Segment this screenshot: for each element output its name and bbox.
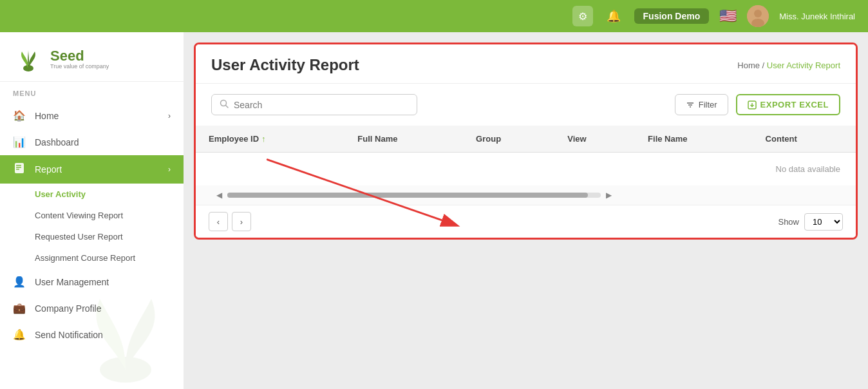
breadcrumb-current: User Activity Report	[767, 61, 840, 70]
notification-icon: 🔔	[13, 328, 26, 341]
svg-rect-5	[16, 165, 21, 166]
filter-icon	[686, 100, 695, 109]
show-rows-select[interactable]: 10 25 50 100	[804, 213, 843, 231]
col-full-name-label: Full Name	[357, 134, 397, 144]
col-group[interactable]: Group	[463, 126, 554, 153]
user-activity-label: User Activity	[35, 189, 86, 199]
logo-subtitle: True value of company	[50, 63, 109, 70]
table-header-row: Employee ID ↑ Full Name Group	[196, 126, 856, 153]
navbar: ⚙ 🔔 Fusion Demo 🇺🇸 Miss. Junekk Inthiral	[0, 0, 868, 32]
assignment-course-label: Assignment Course Report	[35, 253, 135, 263]
settings-icon[interactable]: ⚙	[572, 6, 593, 26]
scroll-left-icon[interactable]: ◀	[211, 191, 227, 200]
scrollbar-area: ◀ ▶	[196, 185, 856, 205]
export-excel-button[interactable]: Export Excel	[736, 94, 840, 115]
breadcrumb-separator: /	[762, 61, 767, 70]
sidebar: Seed True value of company MENU 🏠 Home ›…	[0, 32, 184, 389]
content-card: User Activity Report Home / User Activit…	[194, 43, 858, 240]
show-rows-control: Show 10 25 50 100	[778, 213, 843, 231]
sidebar-item-company-profile-label: Company Profile	[35, 303, 102, 314]
col-full-name[interactable]: Full Name	[344, 126, 463, 153]
col-employee-id-label: Employee ID	[209, 134, 259, 144]
show-label-text: Show	[778, 217, 799, 227]
sidebar-item-content-viewing[interactable]: Content Viewing Report	[0, 205, 184, 226]
logo-title: Seed	[50, 49, 109, 63]
col-content[interactable]: Content	[753, 126, 856, 153]
sidebar-item-report-label: Report	[35, 164, 62, 175]
content-viewing-label: Content Viewing Report	[35, 211, 123, 220]
svg-point-1	[754, 10, 762, 17]
toolbar-right: Filter Export Excel	[675, 94, 840, 115]
search-box	[211, 94, 417, 115]
content-header: User Activity Report Home / User Activit…	[196, 44, 856, 84]
search-icon	[220, 99, 229, 110]
breadcrumb-home: Home	[737, 61, 760, 70]
sidebar-item-company-profile[interactable]: 💼 Company Profile	[0, 295, 184, 321]
sidebar-item-report[interactable]: Report ›	[0, 155, 184, 184]
sidebar-item-assignment-course[interactable]: Assignment Course Report	[0, 247, 184, 269]
requested-user-label: Requested User Report	[35, 232, 123, 242]
report-icon	[13, 162, 26, 176]
sidebar-item-requested-user[interactable]: Requested User Report	[0, 226, 184, 247]
export-label: Export Excel	[760, 100, 829, 109]
menu-label: MENU	[0, 87, 184, 102]
sidebar-item-send-notification-label: Send Notification	[35, 330, 103, 340]
svg-rect-7	[16, 169, 19, 170]
breadcrumb: Home / User Activity Report	[737, 61, 840, 70]
pagination-buttons: ‹ ›	[209, 212, 251, 231]
avatar[interactable]	[747, 5, 769, 27]
col-content-label: Content	[766, 134, 797, 144]
filter-button[interactable]: Filter	[675, 94, 728, 115]
main-content: User Activity Report Home / User Activit…	[184, 32, 868, 389]
search-input[interactable]	[234, 100, 409, 110]
sidebar-item-user-activity[interactable]: User Activity	[0, 184, 184, 205]
scroll-right-icon[interactable]: ▶	[601, 191, 617, 200]
dashboard-icon: 📊	[13, 136, 26, 148]
data-table: Employee ID ↑ Full Name Group	[196, 126, 856, 153]
export-icon	[748, 100, 757, 109]
sidebar-item-dashboard-label: Dashboard	[35, 137, 79, 147]
report-sub-menu: User Activity Content Viewing Report Req…	[0, 184, 184, 269]
sidebar-item-user-management-label: User Management	[35, 277, 109, 287]
svg-point-8	[100, 357, 151, 383]
col-file-name[interactable]: File Name	[635, 126, 753, 153]
briefcase-icon: 💼	[13, 302, 26, 314]
svg-line-10	[226, 106, 229, 108]
col-group-label: Group	[476, 134, 501, 144]
language-flag[interactable]: 🇺🇸	[719, 8, 737, 24]
sort-up-icon: ↑	[261, 134, 266, 144]
user-icon: 👤	[13, 276, 26, 288]
logo-text: Seed True value of company	[50, 49, 109, 70]
home-icon: 🏠	[13, 109, 26, 122]
page-title: User Activity Report	[211, 56, 359, 74]
brand-button[interactable]: Fusion Demo	[634, 8, 710, 24]
logo-icon	[13, 44, 44, 75]
col-employee-id[interactable]: Employee ID ↑	[196, 126, 344, 153]
sidebar-item-send-notification[interactable]: 🔔 Send Notification	[0, 321, 184, 348]
scrollbar-thumb	[227, 193, 588, 198]
filter-label: Filter	[699, 100, 717, 109]
sidebar-item-home[interactable]: 🏠 Home ›	[0, 102, 184, 129]
no-data-message: No data available	[196, 153, 856, 185]
pagination-bar: ‹ › Show 10 25 50 100	[196, 205, 856, 238]
sidebar-item-home-label: Home	[35, 111, 59, 121]
sidebar-item-user-management[interactable]: 👤 User Management	[0, 269, 184, 295]
col-view-label: View	[567, 134, 586, 144]
sidebar-logo: Seed True value of company	[0, 32, 184, 82]
prev-page-button[interactable]: ‹	[209, 212, 228, 231]
bell-icon[interactable]: 🔔	[603, 6, 624, 26]
username-label: Miss. Junekk Inthiral	[779, 12, 855, 21]
chevron-right-icon: ›	[168, 111, 171, 120]
toolbar: Filter Export Excel	[196, 84, 856, 126]
table-wrap: Employee ID ↑ Full Name Group	[196, 126, 856, 185]
next-page-button[interactable]: ›	[232, 212, 251, 231]
chevron-right-icon-report: ›	[168, 165, 171, 174]
scrollbar-track[interactable]	[227, 193, 601, 198]
col-view[interactable]: View	[554, 126, 635, 153]
svg-rect-4	[15, 163, 24, 173]
sidebar-item-dashboard[interactable]: 📊 Dashboard	[0, 129, 184, 155]
main-layout: Seed True value of company MENU 🏠 Home ›…	[0, 32, 868, 389]
col-file-name-label: File Name	[648, 134, 687, 144]
svg-rect-6	[16, 167, 21, 168]
